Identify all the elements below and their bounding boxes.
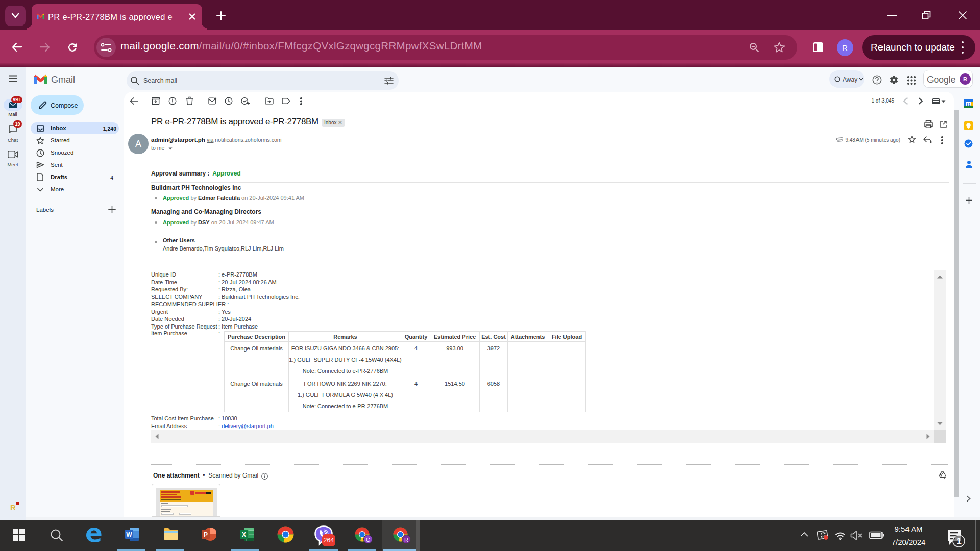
svg-text:31: 31 — [967, 103, 971, 106]
svg-text:X: X — [242, 531, 246, 538]
svg-text:P: P — [204, 531, 208, 538]
svg-text:W: W — [126, 531, 132, 538]
svg-text:1: 1 — [956, 536, 962, 546]
